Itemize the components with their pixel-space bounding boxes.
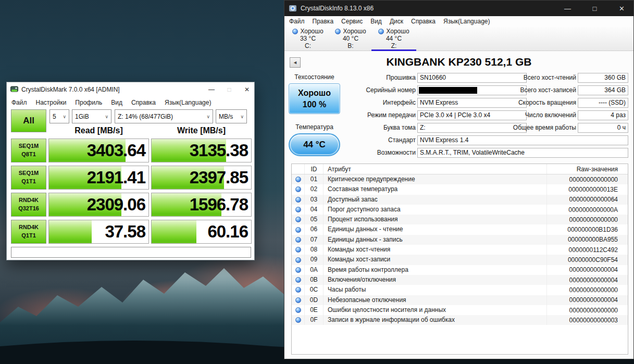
read-value: 37.58 xyxy=(105,220,145,243)
cdm-menubar: Файл Настройки Профиль Вид Справка Язык(… xyxy=(7,96,254,108)
field-label: Общее время работы xyxy=(482,124,576,131)
smart-attribute-row[interactable]: 03 Доступный запас 00000000000064 xyxy=(292,195,628,205)
drive-tab-temp: 40 °C xyxy=(329,35,372,42)
smart-attribute-row[interactable]: 08 Команды хост-чтения 0000000112C492 xyxy=(292,245,628,255)
cdi-menu-item[interactable]: Файл xyxy=(289,18,305,25)
attribute-name: Составная температура xyxy=(324,184,547,194)
smart-attribute-row[interactable]: 0B Включения/отключения 00000000000004 xyxy=(292,275,628,285)
health-orb-icon xyxy=(292,29,298,34)
attribute-raw-value: 00000000000004 xyxy=(547,266,628,273)
field-label: Скорость вращения xyxy=(482,99,576,106)
attribute-name: Включения/отключения xyxy=(324,275,547,285)
field-label: Прошивка xyxy=(316,74,416,81)
cdm-menu-item[interactable]: Язык(Language) xyxy=(165,99,211,106)
status-orb-icon xyxy=(295,237,301,243)
attribute-raw-value: 000000000BA955 xyxy=(547,236,628,243)
smart-attribute-row[interactable]: 02 Составная температура 0000000000013E xyxy=(292,184,628,194)
cdi-close-icon[interactable]: ✕ xyxy=(610,1,633,16)
smart-attribute-row[interactable]: 0E Ошибки целостности носителя и данных … xyxy=(292,305,628,315)
attribute-id: 09 xyxy=(305,255,324,265)
smart-attribute-row[interactable]: 0C Часы работы 00000000000000 xyxy=(292,285,628,295)
test-size-select[interactable]: 1GiB ∨ xyxy=(72,109,111,123)
cdm-menu-item[interactable]: Настройки xyxy=(36,99,67,106)
smart-attribute-row[interactable]: 09 Команды хост-записи 00000000C90F54 xyxy=(292,255,628,265)
write-result-bar: 3135.38 xyxy=(151,139,252,162)
cdi-menu-item[interactable]: Язык(Language) xyxy=(443,18,490,25)
chevron-down-icon: ∨ xyxy=(103,114,108,119)
drive-tabs-bar: Хорошо 33 °C C: Хорошо 40 °C B: xyxy=(284,27,633,51)
cdi-menu-item[interactable]: Вид xyxy=(370,18,382,25)
smart-attribute-row[interactable]: 01 Критическое предупреждение 0000000000… xyxy=(292,174,628,184)
field-label: Интерфейс xyxy=(316,99,416,106)
status-orb-icon xyxy=(295,297,301,303)
cdm-menu-item[interactable]: Справка xyxy=(131,99,156,106)
attribute-raw-value: 00000000000000 xyxy=(547,216,628,223)
attribute-name: Процент использования xyxy=(324,215,547,224)
target-drive-select[interactable]: Z: 14% (68/477GiB) ∨ xyxy=(115,109,213,123)
chevron-down-icon: ∨ xyxy=(238,114,244,119)
comment-input[interactable] xyxy=(11,247,251,258)
cdm-close-icon[interactable]: ✕ xyxy=(240,82,254,96)
attribute-id: 0E xyxy=(305,305,324,315)
benchmark-row: SEQ1M Q8T1 3403.64 3135.38 xyxy=(7,139,255,162)
cdi-menu-item[interactable]: Правка xyxy=(313,18,334,25)
crystaldiskinfo-app-icon xyxy=(289,4,297,12)
cdi-titlebar[interactable]: CrystalDiskInfo 8.13.0 x86 — □ ✕ xyxy=(284,1,633,16)
cdi-maximize-icon[interactable]: □ xyxy=(583,1,606,16)
run-all-button[interactable]: All xyxy=(11,109,46,132)
cdi-menu-item[interactable]: Диск xyxy=(390,18,403,25)
test-type-button[interactable]: SEQ1M Q1T1 xyxy=(11,166,46,190)
unit-select[interactable]: MB/s ∨ xyxy=(216,109,247,123)
status-orb-icon xyxy=(295,186,301,192)
attribute-id: 08 xyxy=(305,245,324,255)
cdm-titlebar[interactable]: CrystalDiskMark 7.0.0 x64 [ADMIN] — □ ✕ xyxy=(7,82,254,96)
field-label: Всего хост-записей xyxy=(482,86,576,94)
test-count-select[interactable]: 5 ∨ xyxy=(49,109,69,123)
cdm-menu-item[interactable]: Профиль xyxy=(75,99,102,106)
smart-attribute-row[interactable]: 0A Время работы контроллера 000000000000… xyxy=(292,265,628,275)
desktop: CrystalDiskMark 7.0.0 x64 [ADMIN] — □ ✕ … xyxy=(0,0,634,364)
smart-attribute-row[interactable]: 06 Единицы данных - чтение 000000000B1D3… xyxy=(292,224,628,234)
drive-tab[interactable]: Хорошо 44 °C Z: xyxy=(371,28,416,51)
attribute-name: Команды хост-чтения xyxy=(324,245,547,255)
status-orb-icon xyxy=(295,207,301,212)
cdm-menu-item[interactable]: Вид xyxy=(111,99,122,106)
smart-attribute-row[interactable]: 07 Единицы данных - запись 000000000BA95… xyxy=(292,235,628,245)
test-type-button[interactable]: RND4K Q1T1 xyxy=(11,220,46,244)
field-value-box: 360 GB xyxy=(578,73,628,83)
attribute-raw-value: 00000000000004 xyxy=(547,296,628,304)
cdm-menu-item[interactable]: Файл xyxy=(11,99,27,106)
attribute-name: Время работы контроллера xyxy=(324,265,547,275)
attribute-name: Единицы данных - чтение xyxy=(324,224,547,234)
attribute-raw-value: 00000000C90F54 xyxy=(547,256,628,263)
cdi-minimize-icon[interactable]: — xyxy=(556,1,579,16)
cdm-minimize-icon[interactable]: — xyxy=(204,82,219,96)
smart-attribute-row[interactable]: 04 Порог доступного запаса 0000000000000… xyxy=(292,205,628,215)
attribute-id: 01 xyxy=(305,174,324,184)
drive-tab[interactable]: Хорошо 40 °C B: xyxy=(329,28,372,51)
attribute-raw-value: 00000000000003 xyxy=(547,317,628,324)
attribute-raw-value: 00000000000000 xyxy=(547,286,628,294)
smart-attributes-table: ID Атрибут Raw-значения 01 Критическое п… xyxy=(291,164,628,355)
cdi-menu-item[interactable]: Сервис xyxy=(341,18,363,25)
cdi-menu-item[interactable]: Справка xyxy=(411,18,436,25)
status-orb-icon xyxy=(295,277,301,283)
write-value: 2397.85 xyxy=(190,166,248,189)
attribute-name: Порог доступного запаса xyxy=(324,205,547,215)
field-value-box: 364 GB xyxy=(578,85,628,95)
status-orb-icon xyxy=(295,307,301,313)
read-result-bar: 2191.41 xyxy=(48,166,149,190)
write-result-bar: 2397.85 xyxy=(151,166,252,190)
smart-attribute-row[interactable]: 0F Записи в журнале информации об ошибка… xyxy=(292,315,628,325)
drive-tab[interactable]: Хорошо 33 °C C: xyxy=(287,28,329,51)
test-type-button[interactable]: RND4K Q32T16 xyxy=(11,193,46,217)
test-type-button[interactable]: SEQ1M Q8T1 xyxy=(11,139,46,162)
benchmark-row: RND4K Q1T1 37.58 60.16 xyxy=(7,220,255,244)
write-column-header: Write [MB/s] xyxy=(151,126,252,135)
smart-attribute-row[interactable]: 05 Процент использования 00000000000000 xyxy=(292,215,628,224)
smart-attribute-row[interactable]: 0D Небезопасные отключения 0000000000000… xyxy=(292,295,628,305)
field-value-box: 0 ч xyxy=(578,123,628,133)
attribute-name: Часы работы xyxy=(324,285,547,295)
read-value: 2309.06 xyxy=(87,193,145,216)
cdm-maximize-icon[interactable]: □ xyxy=(222,82,237,96)
